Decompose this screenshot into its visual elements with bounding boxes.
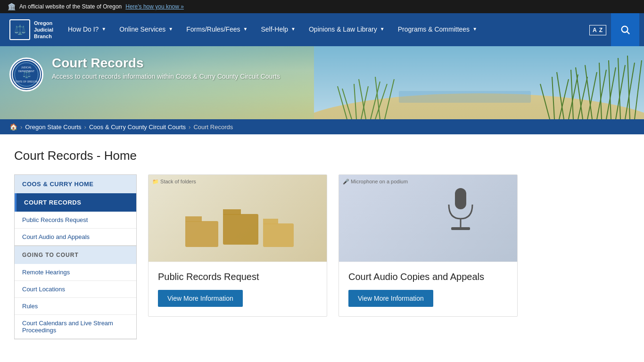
chevron-down-icon: ▼ bbox=[472, 26, 477, 32]
card-body-court-audio: Court Audio Copies and Appeals View More… bbox=[339, 262, 517, 316]
breadcrumb-oregon-state[interactable]: Oregon State Courts bbox=[25, 123, 81, 131]
chevron-down-icon: ▼ bbox=[101, 26, 106, 32]
nav-item-programs[interactable]: Programs & Committees ▼ bbox=[391, 13, 484, 46]
card-title-public-records: Public Records Request bbox=[158, 272, 317, 282]
card-public-records: 📁 Stack of folders Public Records Reques… bbox=[148, 174, 327, 317]
breadcrumb-coos-curry[interactable]: Coos & Curry County Circuit Courts bbox=[89, 123, 186, 131]
home-icon[interactable]: 🏠 bbox=[9, 123, 17, 131]
nav-item-forms-rules[interactable]: Forms/Rules/Fees ▼ bbox=[180, 13, 254, 46]
sidebar-link-rules[interactable]: Rules bbox=[15, 298, 136, 315]
sidebar-link-remote-hearings[interactable]: Remote Hearings bbox=[15, 264, 136, 281]
view-more-court-audio-button[interactable]: View More Information bbox=[348, 290, 433, 307]
content-layout: COOS & CURRY HOME COURT RECORDS Public R… bbox=[14, 174, 630, 339]
svg-rect-47 bbox=[451, 227, 470, 230]
cards-grid: 📁 Stack of folders Public Records Reques… bbox=[148, 174, 630, 317]
svg-rect-40 bbox=[185, 216, 202, 222]
page-title: Court Records - Home bbox=[14, 148, 630, 163]
hero-banner: JUDICIAL DEPARTMENT ⚖️ STATE OF OREGON C… bbox=[0, 46, 644, 119]
svg-rect-42 bbox=[223, 209, 241, 215]
search-icon bbox=[620, 25, 630, 35]
chevron-down-icon: ▼ bbox=[168, 26, 173, 32]
flag-icon: 🏛️ bbox=[8, 3, 16, 10]
logo-text: OregonJudicialBranch bbox=[34, 20, 53, 40]
hero-subtitle: Access to court records information with… bbox=[52, 73, 280, 80]
translate-label: A Z bbox=[589, 25, 606, 35]
card-image-microphone: 🎤 Microphone on a podium bbox=[339, 175, 517, 262]
card-body-public-records: Public Records Request View More Informa… bbox=[149, 262, 327, 316]
svg-rect-41 bbox=[223, 214, 258, 245]
hero-text: Court Records Access to court records in… bbox=[52, 56, 280, 80]
svg-point-0 bbox=[622, 26, 628, 33]
sidebar-coos-curry-home[interactable]: COOS & CURRY HOME bbox=[15, 175, 136, 193]
sidebar-court-records[interactable]: COURT RECORDS bbox=[15, 193, 136, 212]
svg-rect-32 bbox=[399, 91, 531, 103]
svg-text:JUDICIAL: JUDICIAL bbox=[21, 66, 32, 69]
nav-item-online-services[interactable]: Online Services ▼ bbox=[113, 13, 180, 46]
card-image-folders: 📁 Stack of folders bbox=[149, 175, 327, 262]
view-more-public-records-button[interactable]: View More Information bbox=[158, 290, 243, 307]
svg-rect-45 bbox=[455, 188, 466, 209]
how-to-know-link[interactable]: Here's how you know » bbox=[125, 3, 184, 10]
main-content: Court Records - Home COOS & CURRY HOME C… bbox=[0, 134, 644, 358]
nav-item-self-help[interactable]: Self-Help ▼ bbox=[254, 13, 302, 46]
nav-items: How Do I? ▼ Online Services ▼ Forms/Rule… bbox=[61, 13, 585, 46]
breadcrumb: 🏠 › Oregon State Courts › Coos & Curry C… bbox=[0, 119, 644, 134]
card-image-alt-text-mic: 🎤 Microphone on a podium bbox=[343, 179, 408, 185]
folders-svg bbox=[166, 183, 317, 256]
sidebar: COOS & CURRY HOME COURT RECORDS Public R… bbox=[14, 174, 137, 339]
sidebar-link-court-audio[interactable]: Court Audio and Appeals bbox=[15, 229, 136, 246]
svg-rect-44 bbox=[263, 219, 278, 224]
search-button[interactable] bbox=[611, 13, 639, 46]
nav-logo[interactable]: ⚖️ OregonJudicialBranch bbox=[5, 19, 61, 40]
sidebar-link-public-records[interactable]: Public Records Request bbox=[15, 212, 136, 229]
microphone-svg bbox=[442, 188, 479, 240]
nav-item-opinions[interactable]: Opinions & Law Library ▼ bbox=[302, 13, 391, 46]
top-bar: 🏛️ An official website of the State of O… bbox=[0, 0, 644, 13]
chevron-down-icon: ▼ bbox=[291, 26, 296, 32]
svg-text:STATE OF OREGON: STATE OF OREGON bbox=[15, 80, 38, 83]
nav-right: A Z bbox=[585, 13, 639, 46]
nav-item-how-do-i[interactable]: How Do I? ▼ bbox=[61, 13, 113, 46]
sidebar-link-court-calendars[interactable]: Court Calendars and Live Stream Proceedi… bbox=[15, 315, 136, 339]
sidebar-going-to-court: GOING TO COURT bbox=[15, 246, 136, 264]
hero-seal: JUDICIAL DEPARTMENT ⚖️ STATE OF OREGON bbox=[9, 58, 43, 91]
chevron-down-icon: ▼ bbox=[243, 26, 248, 32]
card-title-court-audio: Court Audio Copies and Appeals bbox=[348, 272, 508, 282]
svg-rect-39 bbox=[185, 221, 218, 247]
breadcrumb-current: Court Records bbox=[193, 123, 233, 131]
main-nav: ⚖️ OregonJudicialBranch How Do I? ▼ Onli… bbox=[0, 13, 644, 46]
svg-text:⚖️: ⚖️ bbox=[23, 71, 31, 79]
hero-title: Court Records bbox=[52, 56, 280, 71]
svg-rect-43 bbox=[263, 223, 294, 247]
translate-button[interactable]: A Z bbox=[585, 24, 611, 36]
card-court-audio: 🎤 Microphone on a podium Court Audio Cop… bbox=[339, 174, 518, 317]
logo-seal: ⚖️ bbox=[9, 19, 30, 40]
sidebar-link-court-locations[interactable]: Court Locations bbox=[15, 281, 136, 298]
chevron-down-icon: ▼ bbox=[380, 26, 385, 32]
official-text: An official website of the State of Oreg… bbox=[19, 3, 122, 10]
svg-line-1 bbox=[627, 32, 629, 34]
